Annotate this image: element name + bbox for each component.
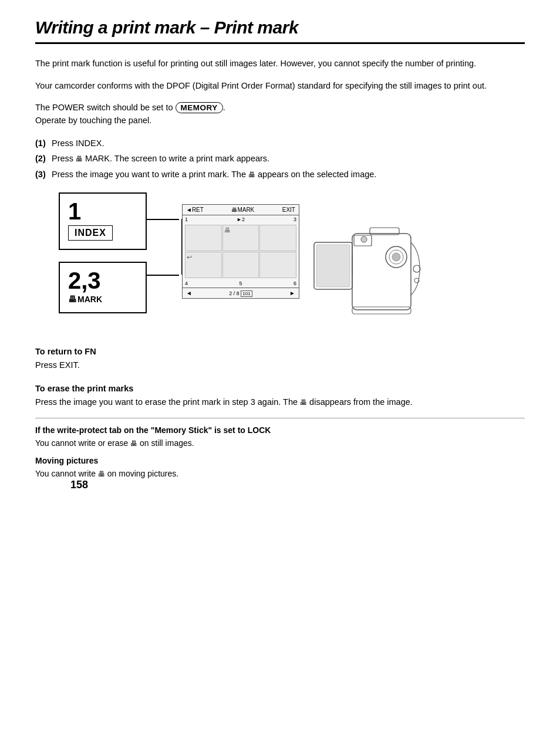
- step-1: (1) Press INDEX.: [35, 137, 525, 150]
- screen-footer: ◄ 2 / 8 101 ►: [183, 288, 299, 298]
- step23-label: 🖶 MARK: [68, 295, 137, 304]
- step1-box: 1 INDEX: [59, 192, 147, 250]
- diagram-area: 1 INDEX 2,3 🖶 MARK ◄RET 🖶MARK EXIT 1 ►2 …: [59, 192, 525, 329]
- footer-left: ◄: [186, 290, 192, 296]
- ret-button: ◄RET: [186, 207, 204, 213]
- power-line-text: The POWER switch should be set to: [35, 103, 173, 112]
- camera-svg: [305, 210, 423, 327]
- to-return-heading: To return to FN: [35, 347, 525, 356]
- grid-cell-6: [259, 252, 296, 278]
- to-return-text: Press EXIT.: [35, 359, 525, 371]
- grid-cell-5: [222, 252, 259, 278]
- step-2-text: Press 🖶 MARK. The screen to write a prin…: [52, 152, 525, 165]
- step1-number: 1: [68, 200, 137, 223]
- operate-line: Operate by touching the panel.: [35, 116, 525, 125]
- grid-cell-3: [259, 225, 296, 251]
- svg-rect-0: [352, 234, 411, 310]
- footer-middle: 2 / 8 101: [229, 290, 252, 296]
- step-2: (2) Press 🖶 MARK. The screen to write a …: [35, 152, 525, 165]
- page-title: Writing a print mark – Print mark: [35, 18, 525, 44]
- mark-button: 🖶MARK: [231, 207, 254, 213]
- page-number: 158: [70, 479, 88, 491]
- grid-cell-2: 🖶: [222, 225, 259, 251]
- screen-mockup: ◄RET 🖶MARK EXIT 1 ►2 3 🖶 ↩: [182, 204, 299, 299]
- line-top: [147, 219, 179, 220]
- svg-point-6: [392, 253, 400, 261]
- step-2-num: (2): [35, 152, 52, 165]
- step-3: (3) Press the image you want to write a …: [35, 168, 525, 181]
- power-line: The POWER switch should be set to MEMORY…: [35, 102, 525, 113]
- step23-label-text: MARK: [77, 295, 102, 304]
- svg-rect-10: [352, 307, 411, 314]
- note2-text: You cannot write 🖶 on moving pictures.: [35, 468, 525, 481]
- left-boxes: 1 INDEX 2,3 🖶 MARK: [59, 192, 147, 313]
- intro-text-2: Your camcorder conforms with the DPOF (D…: [35, 79, 525, 92]
- col-label-1: 1: [185, 217, 188, 222]
- footer-right: ►: [289, 290, 295, 296]
- intro-text-1: The print mark function is useful for pr…: [35, 57, 525, 70]
- note1-heading: If the write-protect tab on the "Memory …: [35, 425, 525, 435]
- camera-illustration: [305, 210, 423, 329]
- line-bottom: [147, 275, 179, 276]
- step23-box: 2,3 🖶 MARK: [59, 262, 147, 313]
- svg-rect-2: [316, 245, 350, 287]
- to-erase-text: Press the image you want to erase the pr…: [35, 396, 525, 408]
- printer-icon-step23: 🖶: [68, 295, 76, 304]
- note2-heading: Moving pictures: [35, 456, 525, 465]
- step-3-num: (3): [35, 168, 52, 181]
- steps-list: (1) Press INDEX. (2) Press 🖶 MARK. The s…: [35, 137, 525, 181]
- memory-badge: MEMORY: [176, 102, 223, 113]
- line-vertical: [181, 219, 183, 275]
- screen-grid: 🖶 ↩: [183, 222, 299, 280]
- step-1-num: (1): [35, 137, 52, 150]
- connector-lines: [147, 204, 182, 327]
- step-1-text: Press INDEX.: [52, 137, 525, 150]
- svg-point-12: [361, 236, 367, 242]
- grid-cell-4: ↩: [185, 252, 222, 278]
- row2-label-6: 6: [294, 280, 296, 286]
- step1-label: INDEX: [68, 225, 113, 241]
- row2-label-4: 4: [185, 280, 188, 286]
- grid-cell-1: [185, 225, 222, 251]
- screen-toolbar: ◄RET 🖶MARK EXIT: [183, 205, 299, 215]
- col-label-2: ►2: [237, 217, 245, 222]
- row2-label-5: 5: [239, 280, 242, 286]
- exit-button: EXIT: [282, 207, 295, 213]
- note1-text: You cannot write or erase 🖶 on still ima…: [35, 437, 525, 450]
- step-3-text: Press the image you want to write a prin…: [52, 168, 525, 181]
- to-erase-heading: To erase the print marks: [35, 384, 525, 393]
- col-label-3: 3: [294, 217, 296, 222]
- divider: [35, 418, 525, 418]
- step23-number: 2,3: [68, 269, 137, 292]
- svg-point-8: [413, 265, 420, 272]
